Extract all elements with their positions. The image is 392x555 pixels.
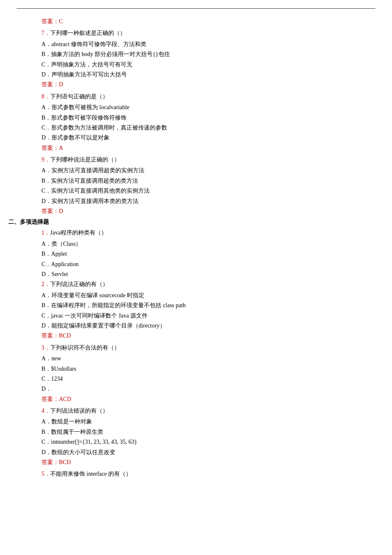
mc-q2-option-b: B．在编译程序时，所能指定的环境变量不包括 class path [41,301,375,310]
q7-text: 下列哪一种叙述是正确的（） [50,30,126,36]
q8-num: 8． [41,93,50,100]
q9-num: 9． [41,156,50,163]
q9-text: 下列哪种说法是正确的（） [50,156,120,163]
q8-text: 下列语句正确的是（） [50,93,108,100]
mc-question-1: 1．Java程序的种类有（） [41,228,375,237]
top-divider [17,8,375,9]
q9-option-a: A．实例方法可直接调用超类的实例方法 [41,166,375,175]
mc-q4-answer: 答案：BCD [41,458,375,467]
mc-q4-option-b: B．数组属于一种原生类 [41,428,375,437]
mc-q2-option-d: D．能指定编译结果要置于哪个目录（directory） [41,321,375,330]
q8-option-a: A．形式参数可被视为 localvariable [41,103,375,112]
q9-option-d: D．实例方法可直接调用本类的类方法 [41,197,375,206]
q9-option-b: B．实例方法可直接调用超类的类方法 [41,176,375,186]
mc-q4-option-a: A．数组是一种对象 [41,417,375,426]
mc-q1-num: 1． [41,230,50,236]
mc-q3-answer: 答案：ACD [41,395,375,404]
mc-q3-option-d: D． [41,384,375,394]
mc-q5-num: 5． [41,471,50,477]
mc-q3-option-c: C．1234 [41,374,375,384]
q7-answer: 答案：D [41,80,375,89]
q8-option-d: D．形式参数不可以是对象 [41,133,375,142]
mc-question-4: 4．下列说法错误的有（） [41,406,375,416]
mc-q2-text: 下列说法正确的有（） [50,281,108,287]
q9-answer: 答案：D [41,207,375,216]
mc-q1-option-a: A．类（Class） [41,240,375,249]
mc-q3-text: 下列标识符不合法的有（） [50,345,120,351]
mc-q3-option-b: B．$Usdollars [41,364,375,374]
mc-q1-option-b: B．Applet [41,249,375,259]
mc-q5-text: 不能用来修饰 interface 的有（） [50,471,131,477]
mc-q2-option-a: A．环境变量可在编译 sourcecode 时指定 [41,291,375,300]
question-9: 9．下列哪种说法是正确的（） [41,155,375,164]
question-7: 7．下列哪一种叙述是正确的（） [41,29,375,38]
q7-option-a: A．abstract 修饰符可修饰字段、方法和类 [41,40,375,49]
q8-answer: 答案：A [41,144,375,153]
mc-q4-text: 下列说法错误的有（） [50,408,108,414]
question-8: 8．下列语句正确的是（） [41,92,375,101]
section2-header: 二、多项选择题 [0,218,375,226]
q7-option-b: B．抽象方法的 body 部分必须用一对大括号{}包住 [41,50,375,59]
mc-question-3: 3．下列标识符不合法的有（） [41,343,375,352]
mc-q2-option-c: C．javac 一次可同时编译数个 Java 源文件 [41,311,375,320]
mc-question-5: 5．不能用来修饰 interface 的有（） [41,469,375,479]
mc-q1-option-d: D．Servlet [41,270,375,279]
mc-q2-num: 2． [41,281,50,287]
q8-option-c: C．形式参数为方法被调用时，真正被传递的参数 [41,123,375,132]
q7-num: 7． [41,30,50,36]
mc-q3-num: 3． [41,345,50,351]
mc-q2-answer: 答案：BCD [41,331,375,340]
mc-q1-option-c: C．Application [41,260,375,269]
answer-prev: 答案：C [41,17,375,26]
q7-option-d: D．声明抽象方法不可写出大括号 [41,70,375,79]
mc-q4-num: 4． [41,408,50,414]
mc-q4-option-d: D．数组的大小可以任意改变 [41,448,375,457]
mc-q1-text: Java程序的种类有（） [50,230,107,236]
mc-q4-option-c: C．intnumber[]={31, 23, 33, 43, 35, 63} [41,438,375,447]
q9-option-c: C．实例方法可直接调用其他类的实例方法 [41,186,375,196]
mc-question-2: 2．下列说法正确的有（） [41,280,375,289]
q7-option-c: C．声明抽象方法，大括号可有可无 [41,60,375,69]
mc-q3-option-a: A．new [41,354,375,363]
q8-option-b: B．形式参数可被字段修饰符修饰 [41,113,375,122]
